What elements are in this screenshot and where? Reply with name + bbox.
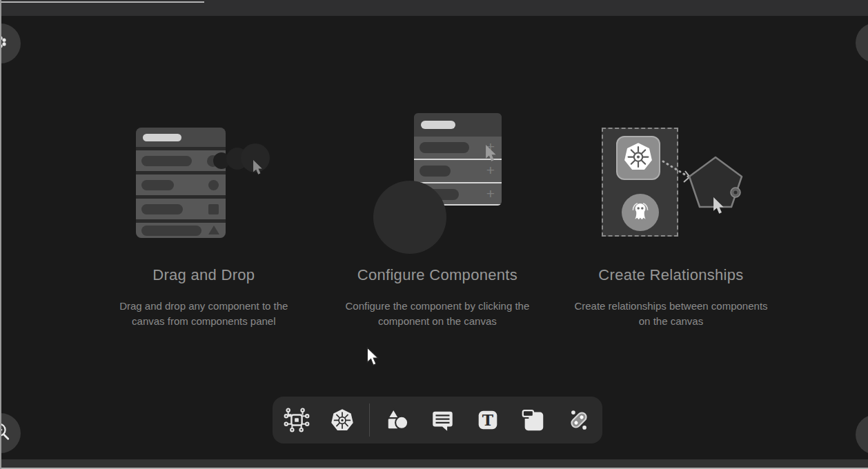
step-description: Create relationships between components … [571,299,771,329]
text-tool-glyph: T [482,411,493,429]
panel-header-graphic [136,128,226,147]
step-create-relationships: Create Relationships Create relationship… [554,103,788,329]
onboarding-steps: Drag and Drop Drag and drop any componen… [87,103,788,329]
step-description: Drag and drop any component to the canva… [103,299,304,329]
configure-components-illustration: + + + [321,103,554,263]
illustration-cursor-icon [485,145,497,165]
mesh-components-icon[interactable] [284,407,310,433]
settings-button[interactable] [856,415,868,455]
text-icon[interactable]: T [475,407,501,433]
relationship-edge-graphic [554,103,787,263]
mouse-cursor-icon [366,347,379,369]
dock-divider [369,403,370,437]
step-configure-components: + + + Configure Components Configure the… [321,103,555,329]
step-title: Drag and Drop [152,266,255,284]
zoom-in-button[interactable] [0,413,21,453]
illustration-cursor-icon [713,197,725,217]
plus-glyph: + [486,186,495,202]
zoom-in-icon [0,421,11,445]
panel-header-graphic [414,113,502,137]
step-title: Configure Components [357,266,517,284]
bottom-bar [0,459,868,468]
comment-icon[interactable] [429,407,455,433]
panel-toggle-button[interactable] [856,23,868,63]
step-drag-and-drop: Drag and Drop Drag and drop any componen… [87,103,321,329]
components-panel-graphic [136,128,226,238]
create-relationships-illustration [554,103,787,263]
drag-and-drop-illustration [87,103,320,263]
top-progress-line [0,1,204,3]
step-description: Configure the component by clicking the … [337,299,537,329]
gear-handle-icon [731,188,740,197]
illustration-cursor-icon [253,160,264,178]
note-icon[interactable] [520,407,546,433]
shapes-icon[interactable] [384,407,410,433]
left-edge-line [0,0,1,469]
flower-menu-button[interactable] [0,23,21,63]
kubernetes-icon[interactable] [329,407,355,433]
canvas-dock: T [273,397,602,443]
step-title: Create Relationships [598,266,743,284]
link-icon[interactable] [566,407,592,433]
click-highlight-circle [373,181,446,254]
